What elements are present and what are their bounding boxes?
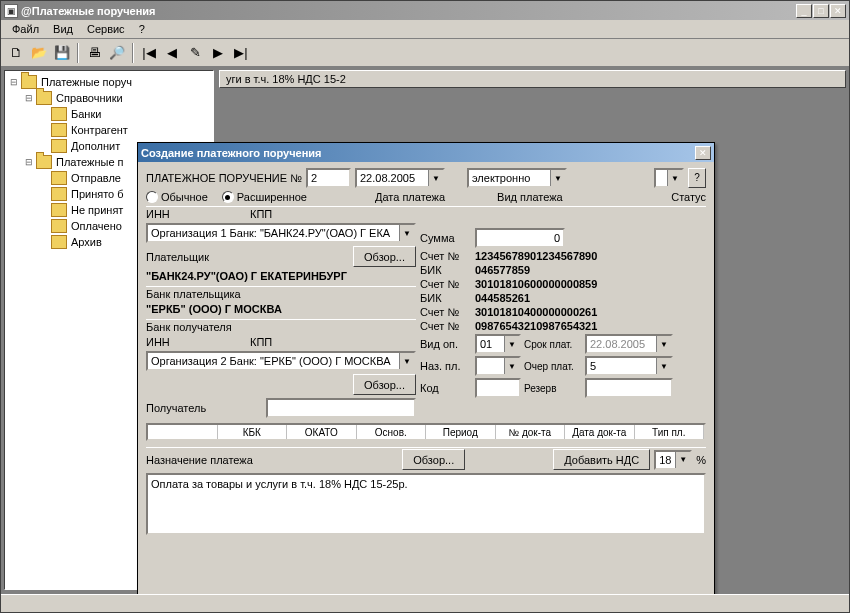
plat-label: Плательщик (146, 251, 209, 263)
schet3-label: Счет № (420, 306, 472, 318)
col-osnov: Основ. (357, 425, 427, 439)
chevron-down-icon: ▼ (399, 225, 414, 241)
folder-icon (36, 91, 52, 105)
nazn-textarea[interactable]: Оплата за товары и услуги в т.ч. 18% НДС… (146, 473, 706, 535)
addnds-button[interactable]: Добавить НДС (553, 449, 650, 470)
chevron-down-icon: ▼ (550, 170, 565, 186)
schet4-value: 09876543210987654321 (475, 320, 597, 332)
schet1-value: 12345678901234567890 (475, 250, 597, 262)
obzor2-button[interactable]: Обзор... (353, 374, 416, 395)
col-ndok: № док-та (496, 425, 566, 439)
org2-dropdown[interactable]: Организация 2 Банк: "ЕРКБ" (ООО) Г МОСКВ… (146, 351, 416, 371)
col-kbk: КБК (218, 425, 288, 439)
nazpl-dropdown[interactable]: ▼ (475, 356, 521, 376)
chevron-down-icon: ▼ (399, 353, 414, 369)
menu-help[interactable]: ? (132, 21, 152, 37)
col-tippl: Тип пл. (635, 425, 705, 439)
minimize-button[interactable]: _ (796, 4, 812, 18)
folder-icon (51, 171, 67, 185)
toolbar: 🗋 📂 💾 🖶 🔎 |◀ ◀ ✎ ▶ ▶| (1, 39, 849, 67)
ocher-dropdown[interactable]: 5▼ (585, 356, 673, 376)
rezerv-label: Резерв (524, 383, 582, 394)
status-label: Статус (671, 191, 706, 203)
next-icon[interactable]: ▶ (207, 42, 229, 64)
chevron-down-icon: ▼ (656, 358, 671, 374)
col-okato: ОКАТО (287, 425, 357, 439)
bottom-columns[interactable]: КБК ОКАТО Основ. Период № док-та Дата до… (146, 423, 706, 441)
org1-dropdown[interactable]: Организация 1 Банк: "БАНК24.РУ"(ОАО) Г Е… (146, 223, 416, 243)
schet2-value: 30101810600000000859 (475, 278, 597, 290)
bankpol-label: Банк получателя (146, 321, 416, 333)
maximize-button[interactable]: □ (813, 4, 829, 18)
separator (132, 43, 134, 63)
bik1-value: 046577859 (475, 264, 530, 276)
folder-icon (21, 75, 37, 89)
obzor3-button[interactable]: Обзор... (402, 449, 465, 470)
vid-dropdown[interactable]: электронно▼ (467, 168, 567, 188)
folder-icon (36, 155, 52, 169)
menu-view[interactable]: Вид (46, 21, 80, 37)
rezerv-input[interactable] (585, 378, 673, 398)
tree-sprav[interactable]: ⊟Справочники (8, 90, 210, 106)
ocher-label: Очер плат. (524, 361, 582, 372)
status-dropdown[interactable]: ▼ (654, 168, 684, 188)
vidop-dropdown[interactable]: 01▼ (475, 334, 521, 354)
bik2-label: БИК (420, 292, 472, 304)
folder-icon (51, 107, 67, 121)
chevron-down-icon: ▼ (656, 336, 671, 352)
datep-label: Дата платежа (375, 191, 445, 203)
payment-dialog: Создание платежного поручения ✕ ПЛАТЕЖНО… (137, 142, 715, 594)
poluch-label: Получатель (146, 402, 206, 414)
first-icon[interactable]: |◀ (138, 42, 160, 64)
schet2-label: Счет № (420, 278, 472, 290)
main-titlebar: ▣ @Платежные поручения _ □ ✕ (1, 1, 849, 20)
find-icon[interactable]: 🔎 (106, 42, 128, 64)
tree-banks[interactable]: Банки (8, 106, 210, 122)
dialog-close-button[interactable]: ✕ (695, 146, 711, 160)
folder-icon (51, 123, 67, 137)
kpp-label: КПП (250, 208, 272, 220)
date-dropdown[interactable]: 22.08.2005▼ (355, 168, 445, 188)
save-icon[interactable]: 💾 (51, 42, 73, 64)
pct-label: % (696, 454, 706, 466)
erkb-text: "ЕРКБ" (ООО) Г МОСКВА (146, 303, 416, 315)
menu-service[interactable]: Сервис (80, 21, 132, 37)
poluch-input[interactable] (266, 398, 416, 418)
help-button[interactable]: ? (688, 168, 706, 188)
print-icon[interactable]: 🖶 (83, 42, 105, 64)
col-period: Период (426, 425, 496, 439)
edit-icon[interactable]: ✎ (184, 42, 206, 64)
tree-contr[interactable]: Контрагент (8, 122, 210, 138)
bank24-text: "БАНК24.РУ"(ОАО) Г ЕКАТЕРИНБУРГ (146, 270, 416, 282)
summa-input[interactable] (475, 228, 565, 248)
obzor1-button[interactable]: Обзор... (353, 246, 416, 267)
vidp-label: Вид платежа (497, 191, 563, 203)
inn-label: ИНН (146, 208, 246, 220)
radio-rassh[interactable]: Расширенное (222, 191, 307, 203)
bankplat-label: Банк плательщика (146, 288, 416, 300)
new-icon[interactable]: 🗋 (5, 42, 27, 64)
open-icon[interactable]: 📂 (28, 42, 50, 64)
menubar: Файл Вид Сервис ? (1, 20, 849, 39)
summa-label: Сумма (420, 232, 472, 244)
mdi-area: ⊟Платежные поруч ⊟Справочники Банки Конт… (1, 67, 849, 594)
srok-dropdown[interactable]: 22.08.2005▼ (585, 334, 673, 354)
chevron-down-icon: ▼ (504, 358, 519, 374)
schet3-value: 30101810400000000261 (475, 306, 597, 318)
nazpl-label: Наз. пл. (420, 360, 472, 372)
num-input[interactable] (306, 168, 351, 188)
inn2-label: ИНН (146, 336, 246, 348)
srok-label: Срок плат. (524, 339, 582, 350)
last-icon[interactable]: ▶| (230, 42, 252, 64)
bik1-label: БИК (420, 264, 472, 276)
nds-dropdown[interactable]: 18▼ (654, 450, 692, 470)
kod-input[interactable] (475, 378, 521, 398)
menu-file[interactable]: Файл (5, 21, 46, 37)
chevron-down-icon: ▼ (667, 170, 682, 186)
prev-icon[interactable]: ◀ (161, 42, 183, 64)
radio-obych[interactable]: Обычное (146, 191, 208, 203)
nazn-label: Назначение платежа (146, 454, 253, 466)
close-button[interactable]: ✕ (830, 4, 846, 18)
dialog-title: Создание платежного поручения (141, 147, 695, 159)
statusbar (1, 594, 849, 612)
